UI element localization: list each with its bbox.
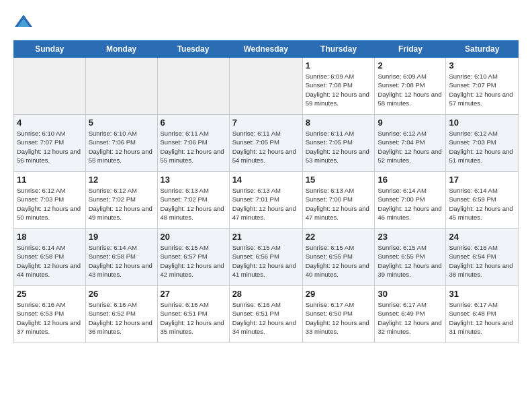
day-info: Sunrise: 6:13 AM Sunset: 7:00 PM Dayligh… xyxy=(306,186,372,222)
page-header xyxy=(13,13,519,34)
day-number: 14 xyxy=(232,175,300,185)
day-info: Sunrise: 6:10 AM Sunset: 7:06 PM Dayligh… xyxy=(89,129,154,165)
logo xyxy=(13,13,36,34)
calendar-day-cell: 22Sunrise: 6:15 AM Sunset: 6:55 PM Dayli… xyxy=(302,229,375,286)
day-number: 23 xyxy=(378,232,443,242)
day-of-week-header: Thursday xyxy=(302,41,375,58)
day-number: 10 xyxy=(449,118,515,128)
day-info: Sunrise: 6:16 AM Sunset: 6:51 PM Dayligh… xyxy=(232,300,300,336)
day-number: 30 xyxy=(378,289,443,299)
day-info: Sunrise: 6:14 AM Sunset: 6:59 PM Dayligh… xyxy=(449,186,515,222)
day-number: 28 xyxy=(232,289,300,299)
day-of-week-header: Sunday xyxy=(14,41,86,58)
calendar-day-cell: 3Sunrise: 6:10 AM Sunset: 7:07 PM Daylig… xyxy=(446,58,519,115)
calendar-day-cell: 1Sunrise: 6:09 AM Sunset: 7:08 PM Daylig… xyxy=(302,58,375,115)
calendar-table: SundayMondayTuesdayWednesdayThursdayFrid… xyxy=(13,40,519,343)
day-number: 4 xyxy=(17,118,83,128)
day-of-week-header: Monday xyxy=(85,41,157,58)
day-number: 18 xyxy=(17,232,83,242)
calendar-week-row: 11Sunrise: 6:12 AM Sunset: 7:03 PM Dayli… xyxy=(14,172,519,229)
day-number: 21 xyxy=(232,232,300,242)
day-info: Sunrise: 6:12 AM Sunset: 7:03 PM Dayligh… xyxy=(17,186,83,222)
day-number: 12 xyxy=(89,175,154,185)
day-info: Sunrise: 6:15 AM Sunset: 6:57 PM Dayligh… xyxy=(161,243,226,279)
day-number: 24 xyxy=(449,232,515,242)
logo-icon xyxy=(13,13,34,34)
day-info: Sunrise: 6:10 AM Sunset: 7:07 PM Dayligh… xyxy=(17,129,83,165)
calendar-day-cell xyxy=(229,58,302,115)
day-number: 17 xyxy=(449,175,515,185)
day-info: Sunrise: 6:16 AM Sunset: 6:51 PM Dayligh… xyxy=(161,300,226,336)
day-number: 15 xyxy=(306,175,372,185)
day-number: 8 xyxy=(306,118,372,128)
calendar-week-row: 18Sunrise: 6:14 AM Sunset: 6:58 PM Dayli… xyxy=(14,229,519,286)
calendar-day-cell: 17Sunrise: 6:14 AM Sunset: 6:59 PM Dayli… xyxy=(446,172,519,229)
day-number: 13 xyxy=(161,175,226,185)
day-info: Sunrise: 6:14 AM Sunset: 6:58 PM Dayligh… xyxy=(89,243,154,279)
calendar-day-cell: 25Sunrise: 6:16 AM Sunset: 6:53 PM Dayli… xyxy=(14,286,86,343)
day-info: Sunrise: 6:16 AM Sunset: 6:53 PM Dayligh… xyxy=(17,300,83,336)
calendar-day-cell: 24Sunrise: 6:16 AM Sunset: 6:54 PM Dayli… xyxy=(446,229,519,286)
day-info: Sunrise: 6:16 AM Sunset: 6:54 PM Dayligh… xyxy=(449,243,515,279)
day-number: 20 xyxy=(161,232,226,242)
day-number: 19 xyxy=(89,232,154,242)
day-info: Sunrise: 6:17 AM Sunset: 6:49 PM Dayligh… xyxy=(378,300,443,336)
calendar-day-cell: 7Sunrise: 6:11 AM Sunset: 7:05 PM Daylig… xyxy=(229,115,302,172)
day-number: 3 xyxy=(449,60,515,71)
day-info: Sunrise: 6:09 AM Sunset: 7:08 PM Dayligh… xyxy=(378,72,443,107)
day-number: 27 xyxy=(161,289,226,299)
day-info: Sunrise: 6:13 AM Sunset: 7:02 PM Dayligh… xyxy=(161,186,226,222)
calendar-day-cell: 21Sunrise: 6:15 AM Sunset: 6:56 PM Dayli… xyxy=(229,229,302,286)
calendar-day-cell xyxy=(85,58,157,115)
day-info: Sunrise: 6:11 AM Sunset: 7:06 PM Dayligh… xyxy=(161,129,226,165)
calendar-day-cell xyxy=(157,58,229,115)
calendar-day-cell: 12Sunrise: 6:12 AM Sunset: 7:02 PM Dayli… xyxy=(85,172,157,229)
day-number: 31 xyxy=(449,289,515,299)
calendar-day-cell: 8Sunrise: 6:11 AM Sunset: 7:05 PM Daylig… xyxy=(302,115,375,172)
day-number: 29 xyxy=(306,289,372,299)
day-info: Sunrise: 6:09 AM Sunset: 7:08 PM Dayligh… xyxy=(306,72,372,107)
day-of-week-header: Wednesday xyxy=(229,41,302,58)
day-info: Sunrise: 6:13 AM Sunset: 7:01 PM Dayligh… xyxy=(232,186,300,222)
calendar-day-cell: 6Sunrise: 6:11 AM Sunset: 7:06 PM Daylig… xyxy=(157,115,229,172)
day-number: 1 xyxy=(306,60,372,71)
calendar-day-cell: 28Sunrise: 6:16 AM Sunset: 6:51 PM Dayli… xyxy=(229,286,302,343)
day-info: Sunrise: 6:14 AM Sunset: 7:00 PM Dayligh… xyxy=(378,186,443,222)
day-of-week-header: Friday xyxy=(375,41,446,58)
day-info: Sunrise: 6:12 AM Sunset: 7:04 PM Dayligh… xyxy=(378,129,443,165)
day-info: Sunrise: 6:17 AM Sunset: 6:48 PM Dayligh… xyxy=(449,300,515,336)
day-info: Sunrise: 6:11 AM Sunset: 7:05 PM Dayligh… xyxy=(306,129,372,165)
calendar-day-cell: 11Sunrise: 6:12 AM Sunset: 7:03 PM Dayli… xyxy=(14,172,86,229)
day-info: Sunrise: 6:17 AM Sunset: 6:50 PM Dayligh… xyxy=(306,300,372,336)
calendar-day-cell: 29Sunrise: 6:17 AM Sunset: 6:50 PM Dayli… xyxy=(302,286,375,343)
day-info: Sunrise: 6:10 AM Sunset: 7:07 PM Dayligh… xyxy=(449,72,515,107)
calendar-day-cell: 31Sunrise: 6:17 AM Sunset: 6:48 PM Dayli… xyxy=(446,286,519,343)
calendar-day-cell: 27Sunrise: 6:16 AM Sunset: 6:51 PM Dayli… xyxy=(157,286,229,343)
calendar-day-cell: 15Sunrise: 6:13 AM Sunset: 7:00 PM Dayli… xyxy=(302,172,375,229)
day-number: 16 xyxy=(378,175,443,185)
day-number: 22 xyxy=(306,232,372,242)
calendar-day-cell: 23Sunrise: 6:15 AM Sunset: 6:55 PM Dayli… xyxy=(375,229,446,286)
day-number: 7 xyxy=(232,118,300,128)
day-number: 11 xyxy=(17,175,83,185)
calendar-day-cell: 9Sunrise: 6:12 AM Sunset: 7:04 PM Daylig… xyxy=(375,115,446,172)
calendar-day-cell: 16Sunrise: 6:14 AM Sunset: 7:00 PM Dayli… xyxy=(375,172,446,229)
day-info: Sunrise: 6:15 AM Sunset: 6:55 PM Dayligh… xyxy=(378,243,443,279)
day-number: 5 xyxy=(89,118,154,128)
calendar-day-cell: 20Sunrise: 6:15 AM Sunset: 6:57 PM Dayli… xyxy=(157,229,229,286)
calendar-day-cell: 2Sunrise: 6:09 AM Sunset: 7:08 PM Daylig… xyxy=(375,58,446,115)
day-info: Sunrise: 6:16 AM Sunset: 6:52 PM Dayligh… xyxy=(89,300,154,336)
day-info: Sunrise: 6:12 AM Sunset: 7:02 PM Dayligh… xyxy=(89,186,154,222)
day-info: Sunrise: 6:14 AM Sunset: 6:58 PM Dayligh… xyxy=(17,243,83,279)
day-number: 2 xyxy=(378,60,443,71)
calendar-week-row: 1Sunrise: 6:09 AM Sunset: 7:08 PM Daylig… xyxy=(14,58,519,115)
day-info: Sunrise: 6:12 AM Sunset: 7:03 PM Dayligh… xyxy=(449,129,515,165)
day-number: 26 xyxy=(89,289,154,299)
day-info: Sunrise: 6:11 AM Sunset: 7:05 PM Dayligh… xyxy=(232,129,300,165)
day-number: 25 xyxy=(17,289,83,299)
calendar-day-cell: 13Sunrise: 6:13 AM Sunset: 7:02 PM Dayli… xyxy=(157,172,229,229)
calendar-day-cell: 10Sunrise: 6:12 AM Sunset: 7:03 PM Dayli… xyxy=(446,115,519,172)
calendar-day-cell: 4Sunrise: 6:10 AM Sunset: 7:07 PM Daylig… xyxy=(14,115,86,172)
calendar-day-cell: 18Sunrise: 6:14 AM Sunset: 6:58 PM Dayli… xyxy=(14,229,86,286)
day-number: 6 xyxy=(161,118,226,128)
